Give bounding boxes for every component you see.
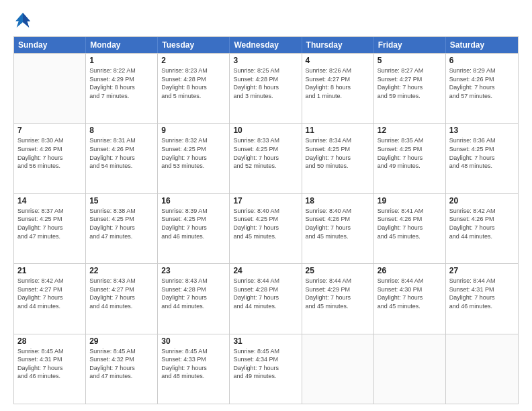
calendar-cell: 10Sunrise: 8:33 AMSunset: 4:25 PMDayligh… — [230, 124, 302, 193]
day-number: 13 — [449, 126, 515, 135]
calendar-cell: 1Sunrise: 8:22 AMSunset: 4:29 PMDaylight… — [86, 54, 158, 123]
day-info: Sunrise: 8:45 AMSunset: 4:33 PMDaylight:… — [161, 347, 226, 381]
day-info: Sunrise: 8:23 AMSunset: 4:28 PMDaylight:… — [161, 66, 226, 100]
day-info: Sunrise: 8:27 AMSunset: 4:27 PMDaylight:… — [378, 66, 442, 100]
calendar-cell: 14Sunrise: 8:37 AMSunset: 4:25 PMDayligh… — [14, 194, 86, 263]
calendar-cell: 8Sunrise: 8:31 AMSunset: 4:26 PMDaylight… — [86, 124, 158, 193]
day-number: 9 — [161, 126, 226, 135]
day-info: Sunrise: 8:37 AMSunset: 4:25 PMDaylight:… — [17, 207, 82, 240]
day-header-saturday: Saturday — [446, 37, 518, 53]
day-number: 6 — [449, 56, 515, 65]
day-info: Sunrise: 8:41 AMSunset: 4:26 PMDaylight:… — [378, 207, 442, 240]
day-info: Sunrise: 8:42 AMSunset: 4:27 PMDaylight:… — [17, 277, 82, 310]
day-number: 21 — [17, 266, 82, 275]
calendar-cell — [14, 54, 86, 123]
day-number: 12 — [378, 126, 442, 135]
day-header-sunday: Sunday — [14, 37, 86, 53]
day-info: Sunrise: 8:44 AMSunset: 4:28 PMDaylight:… — [233, 277, 298, 310]
calendar-cell: 17Sunrise: 8:40 AMSunset: 4:25 PMDayligh… — [230, 194, 302, 263]
day-info: Sunrise: 8:45 AMSunset: 4:31 PMDaylight:… — [17, 347, 82, 381]
day-number: 30 — [161, 336, 226, 346]
day-info: Sunrise: 8:43 AMSunset: 4:27 PMDaylight:… — [89, 277, 154, 310]
calendar-cell: 31Sunrise: 8:45 AMSunset: 4:34 PMDayligh… — [230, 334, 302, 404]
day-header-wednesday: Wednesday — [230, 37, 302, 53]
day-number: 14 — [17, 196, 82, 205]
day-number: 3 — [233, 56, 298, 65]
calendar-cell: 18Sunrise: 8:40 AMSunset: 4:26 PMDayligh… — [302, 194, 374, 263]
calendar-cell — [302, 334, 374, 404]
day-number: 22 — [89, 266, 154, 275]
day-info: Sunrise: 8:31 AMSunset: 4:26 PMDaylight:… — [89, 136, 154, 170]
day-info: Sunrise: 8:33 AMSunset: 4:25 PMDaylight:… — [233, 136, 298, 170]
day-info: Sunrise: 8:43 AMSunset: 4:28 PMDaylight:… — [161, 277, 226, 310]
calendar-cell: 19Sunrise: 8:41 AMSunset: 4:26 PMDayligh… — [374, 194, 446, 263]
calendar-cell: 12Sunrise: 8:35 AMSunset: 4:25 PMDayligh… — [374, 124, 446, 193]
calendar-cell: 24Sunrise: 8:44 AMSunset: 4:28 PMDayligh… — [230, 264, 302, 333]
day-number: 20 — [449, 196, 515, 205]
page: SundayMondayTuesdayWednesdayThursdayFrid… — [0, 0, 532, 411]
day-number: 29 — [89, 336, 154, 346]
calendar-cell: 21Sunrise: 8:42 AMSunset: 4:27 PMDayligh… — [14, 264, 86, 333]
calendar-cell: 7Sunrise: 8:30 AMSunset: 4:26 PMDaylight… — [14, 124, 86, 193]
calendar-cell: 26Sunrise: 8:44 AMSunset: 4:30 PMDayligh… — [374, 264, 446, 333]
calendar-week-2: 7Sunrise: 8:30 AMSunset: 4:26 PMDaylight… — [14, 123, 518, 193]
calendar-cell: 9Sunrise: 8:32 AMSunset: 4:25 PMDaylight… — [158, 124, 230, 193]
day-info: Sunrise: 8:45 AMSunset: 4:34 PMDaylight:… — [233, 347, 298, 381]
day-number: 26 — [378, 266, 442, 275]
day-header-thursday: Thursday — [302, 37, 374, 53]
day-number: 5 — [378, 56, 442, 65]
calendar-cell: 29Sunrise: 8:45 AMSunset: 4:32 PMDayligh… — [86, 334, 158, 404]
day-info: Sunrise: 8:44 AMSunset: 4:30 PMDaylight:… — [378, 277, 442, 310]
calendar-cell — [374, 334, 446, 404]
day-number: 24 — [233, 266, 298, 275]
calendar-week-5: 28Sunrise: 8:45 AMSunset: 4:31 PMDayligh… — [14, 334, 518, 404]
calendar-cell: 3Sunrise: 8:25 AMSunset: 4:28 PMDaylight… — [230, 54, 302, 123]
calendar-cell: 15Sunrise: 8:38 AMSunset: 4:25 PMDayligh… — [86, 194, 158, 263]
calendar-cell: 28Sunrise: 8:45 AMSunset: 4:31 PMDayligh… — [14, 334, 86, 404]
day-number: 4 — [306, 56, 370, 65]
calendar-cell: 27Sunrise: 8:44 AMSunset: 4:31 PMDayligh… — [446, 264, 518, 333]
day-info: Sunrise: 8:38 AMSunset: 4:25 PMDaylight:… — [89, 207, 154, 240]
calendar-week-1: 1Sunrise: 8:22 AMSunset: 4:29 PMDaylight… — [14, 53, 518, 123]
calendar-cell: 20Sunrise: 8:42 AMSunset: 4:26 PMDayligh… — [446, 194, 518, 263]
day-info: Sunrise: 8:22 AMSunset: 4:29 PMDaylight:… — [89, 66, 154, 100]
day-info: Sunrise: 8:44 AMSunset: 4:31 PMDaylight:… — [449, 277, 515, 310]
calendar: SundayMondayTuesdayWednesdayThursdayFrid… — [13, 36, 519, 404]
day-info: Sunrise: 8:42 AMSunset: 4:26 PMDaylight:… — [449, 207, 515, 240]
day-number: 17 — [233, 196, 298, 205]
calendar-week-4: 21Sunrise: 8:42 AMSunset: 4:27 PMDayligh… — [14, 263, 518, 333]
calendar-cell: 5Sunrise: 8:27 AMSunset: 4:27 PMDaylight… — [374, 54, 446, 123]
day-info: Sunrise: 8:40 AMSunset: 4:25 PMDaylight:… — [233, 207, 298, 240]
calendar-cell: 11Sunrise: 8:34 AMSunset: 4:25 PMDayligh… — [302, 124, 374, 193]
day-number: 15 — [89, 196, 154, 205]
calendar-cell: 22Sunrise: 8:43 AMSunset: 4:27 PMDayligh… — [86, 264, 158, 333]
day-header-tuesday: Tuesday — [158, 37, 230, 53]
calendar-cell: 25Sunrise: 8:44 AMSunset: 4:29 PMDayligh… — [302, 264, 374, 333]
day-number: 25 — [306, 266, 370, 275]
day-number: 23 — [161, 266, 226, 275]
calendar-cell: 30Sunrise: 8:45 AMSunset: 4:33 PMDayligh… — [158, 334, 230, 404]
day-number: 1 — [89, 56, 154, 65]
day-info: Sunrise: 8:45 AMSunset: 4:32 PMDaylight:… — [89, 347, 154, 381]
day-number: 7 — [17, 126, 82, 135]
calendar-body: 1Sunrise: 8:22 AMSunset: 4:29 PMDaylight… — [14, 53, 518, 404]
day-info: Sunrise: 8:34 AMSunset: 4:25 PMDaylight:… — [306, 136, 370, 170]
day-number: 11 — [306, 126, 370, 135]
day-info: Sunrise: 8:39 AMSunset: 4:25 PMDaylight:… — [161, 207, 226, 240]
day-number: 31 — [233, 336, 298, 346]
day-info: Sunrise: 8:26 AMSunset: 4:27 PMDaylight:… — [306, 66, 370, 100]
day-number: 8 — [89, 126, 154, 135]
calendar-cell: 2Sunrise: 8:23 AMSunset: 4:28 PMDaylight… — [158, 54, 230, 123]
calendar-header: SundayMondayTuesdayWednesdayThursdayFrid… — [14, 37, 518, 53]
header — [13, 11, 519, 30]
svg-marker-1 — [23, 13, 30, 28]
day-number: 16 — [161, 196, 226, 205]
day-info: Sunrise: 8:25 AMSunset: 4:28 PMDaylight:… — [233, 66, 298, 100]
calendar-week-3: 14Sunrise: 8:37 AMSunset: 4:25 PMDayligh… — [14, 193, 518, 263]
day-info: Sunrise: 8:35 AMSunset: 4:25 PMDaylight:… — [378, 136, 442, 170]
logo-icon — [13, 11, 32, 30]
calendar-cell: 13Sunrise: 8:36 AMSunset: 4:25 PMDayligh… — [446, 124, 518, 193]
day-info: Sunrise: 8:40 AMSunset: 4:26 PMDaylight:… — [306, 207, 370, 240]
day-number: 19 — [378, 196, 442, 205]
day-number: 10 — [233, 126, 298, 135]
